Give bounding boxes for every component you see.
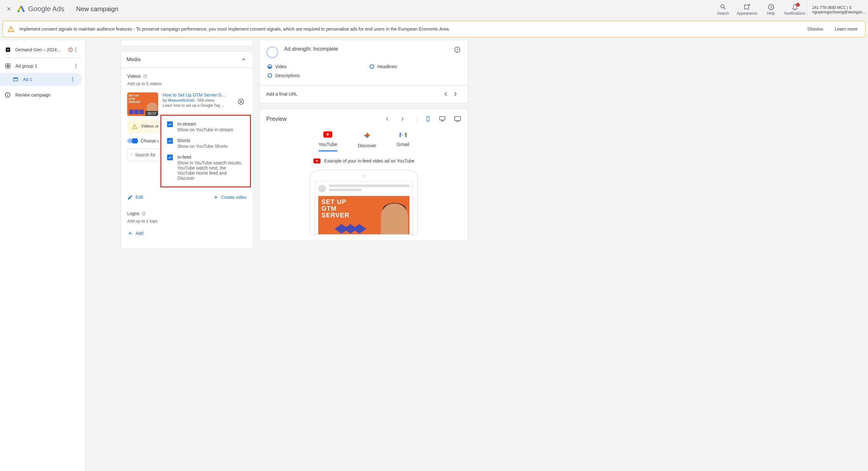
ad-icon <box>12 76 19 83</box>
device-mobile-icon[interactable] <box>425 115 431 123</box>
svg-rect-12 <box>6 64 8 66</box>
checkbox-instream[interactable] <box>167 122 173 127</box>
svg-rect-13 <box>8 64 10 66</box>
sidebar-item-campaign[interactable]: Demand Gen – 2024... <box>0 43 85 57</box>
svg-point-9 <box>75 47 76 48</box>
sidebar-review-campaign[interactable]: Review campaign <box>0 86 85 104</box>
account-info[interactable]: 241-779-3650 MCC | S nguyenngochuong@seo… <box>807 1 865 16</box>
appearance-button[interactable]: Appearance <box>735 2 759 15</box>
sidebar: Demand Gen – 2024... Ad group 1 Ad 1 <box>0 40 86 471</box>
media-card-title: Media <box>127 57 240 63</box>
notification-badge: ! <box>796 3 800 7</box>
notifications-button[interactable]: ! Notifications <box>783 2 807 15</box>
media-card: Media Videos ? Add up to 5 videos SET UP… <box>121 51 253 249</box>
infeed-label: In-feed <box>177 155 244 160</box>
ad-strength-card: Ad strength: Incomplete ? Video Headline… <box>259 40 468 104</box>
checkbox-infeed[interactable] <box>167 155 173 160</box>
app-header: Google Ads New campaign Search Appearanc… <box>0 0 868 18</box>
campaign-icon <box>4 46 11 53</box>
sidebar-item-adgroup[interactable]: Ad group 1 <box>0 59 85 73</box>
strength-item-descriptions: Descriptions <box>268 73 350 78</box>
video-meta: by MeasureSchool · 558 views <box>163 98 233 103</box>
help-icon[interactable]: ? <box>454 46 461 53</box>
svg-text:?: ? <box>770 5 772 9</box>
info-icon <box>4 92 11 98</box>
video-format-options: In-stream Show on YouTube in-stream Shor… <box>160 115 251 188</box>
youtube-icon <box>323 131 332 138</box>
tab-discover[interactable]: Discover <box>358 131 376 152</box>
svg-rect-41 <box>405 133 407 137</box>
video-description: Learn how to set up a Google Tag ... <box>163 103 233 108</box>
svg-rect-26 <box>7 94 8 94</box>
prev-tip-button[interactable] <box>442 91 452 98</box>
page-title: New campaign <box>76 5 118 13</box>
svg-rect-38 <box>455 116 461 121</box>
warning-icon <box>132 124 137 129</box>
svg-text:?: ? <box>143 212 145 215</box>
instream-sublabel: Show on YouTube in-stream <box>177 127 233 132</box>
device-desktop-icon[interactable] <box>438 115 446 122</box>
more-icon[interactable] <box>73 63 82 69</box>
tab-gmail[interactable]: Gmail <box>397 131 409 152</box>
adgroup-icon <box>4 63 11 69</box>
svg-rect-4 <box>10 31 11 31</box>
phone-preview: SET UP GTM SERVER <box>310 170 418 235</box>
ad-strength-title: Ad strength: Incomplete <box>284 46 448 52</box>
phone-speaker-icon <box>362 175 366 178</box>
svg-rect-8 <box>70 51 70 51</box>
learn-more-button[interactable]: Learn more <box>831 27 861 32</box>
video-thumbnail[interactable]: SET UP GTM SERVER 08:37 <box>127 92 158 116</box>
preview-prev-button[interactable] <box>384 116 394 122</box>
alert-message: Implement consent signals to maintain au… <box>20 27 799 32</box>
collapse-icon[interactable] <box>240 56 247 63</box>
error-icon <box>68 47 73 52</box>
svg-point-23 <box>72 80 73 81</box>
toggle-switch[interactable] <box>127 139 137 143</box>
svg-text:?: ? <box>145 75 146 77</box>
dismiss-button[interactable]: Dismiss <box>804 27 826 32</box>
svg-point-0 <box>18 10 20 12</box>
svg-rect-36 <box>428 121 429 121</box>
svg-point-17 <box>75 66 76 67</box>
final-url-row: Add a final URL <box>266 91 461 98</box>
avatar-placeholder <box>318 185 326 193</box>
device-tv-icon[interactable] <box>454 115 461 122</box>
remove-video-button[interactable] <box>238 98 247 105</box>
videos-label: Videos ? <box>127 74 247 79</box>
strength-item-headlines: Headlines <box>370 64 453 69</box>
warning-icon <box>7 26 14 33</box>
consent-alert-banner: Implement consent signals to maintain au… <box>3 21 865 37</box>
video-search-input[interactable]: Search for <box>127 148 159 161</box>
next-tip-button[interactable] <box>452 91 461 98</box>
help-button[interactable]: ? Help <box>759 2 783 15</box>
video-title-link[interactable]: How to Set Up GTM Server-S... <box>163 92 233 98</box>
preview-next-button[interactable] <box>399 116 409 122</box>
checkbox-shorts[interactable] <box>167 138 173 144</box>
help-icon[interactable]: ? <box>143 74 148 79</box>
strength-meter-icon <box>266 46 278 58</box>
instream-label: In-stream <box>177 122 233 127</box>
logos-sublabel: Add up to 1 logo <box>127 218 247 224</box>
video-warning: Videos usually <box>127 120 158 133</box>
edit-button[interactable]: Edit <box>127 194 143 200</box>
strength-item-video: Video <box>268 64 350 69</box>
add-logo-button[interactable]: Add <box>127 230 247 236</box>
svg-rect-15 <box>8 66 10 68</box>
more-icon[interactable] <box>70 76 79 82</box>
youtube-icon <box>313 158 320 164</box>
logos-label: Logos ? <box>127 211 247 216</box>
google-ads-logo-icon <box>17 4 26 13</box>
preview-title: Preview <box>266 116 378 122</box>
svg-rect-3 <box>10 28 11 30</box>
close-button[interactable] <box>3 3 15 15</box>
tab-youtube[interactable]: YouTube <box>318 131 337 152</box>
help-icon[interactable]: ? <box>141 211 146 216</box>
sidebar-item-ad[interactable]: Ad 1 <box>0 73 82 86</box>
search-button[interactable]: Search <box>711 2 735 15</box>
more-icon[interactable] <box>73 47 82 53</box>
svg-point-21 <box>72 77 73 78</box>
svg-text:?: ? <box>456 48 459 52</box>
gmail-icon <box>399 131 407 138</box>
create-video-button[interactable]: Create video <box>213 194 247 200</box>
video-channel-link[interactable]: MeasureSchool <box>168 98 194 103</box>
